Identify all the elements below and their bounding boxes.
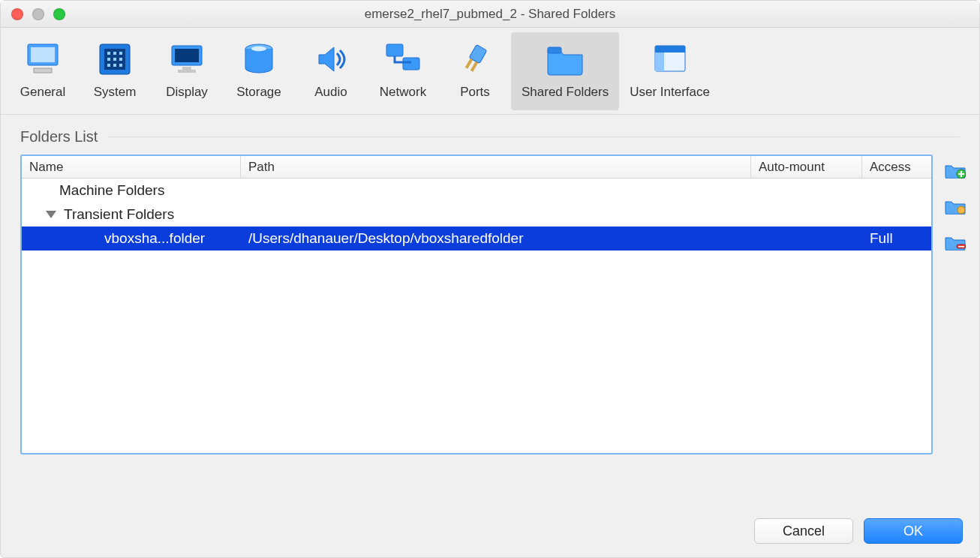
svg-rect-9 <box>113 58 116 61</box>
tab-label: User Interface <box>630 85 710 100</box>
audio-icon <box>311 38 350 80</box>
group-transient-folders[interactable]: Transient Folders <box>22 202 931 226</box>
svg-rect-21 <box>403 58 419 70</box>
folders-table[interactable]: Name Path Auto-mount Access Machine Fold… <box>20 154 933 454</box>
settings-toolbar: General System Display <box>1 28 979 115</box>
tab-display[interactable]: Display <box>151 32 223 110</box>
button-label: OK <box>903 524 923 539</box>
ports-icon <box>455 38 495 80</box>
svg-rect-20 <box>386 44 403 56</box>
tab-label: Audio <box>314 85 347 100</box>
svg-rect-27 <box>655 46 685 52</box>
edit-folder-button[interactable] <box>945 198 966 214</box>
svg-rect-5 <box>107 52 110 55</box>
svg-rect-7 <box>119 52 122 55</box>
tab-user-interface[interactable]: User Interface <box>619 32 720 110</box>
group-label: Machine Folders <box>59 182 164 199</box>
tab-label: Display <box>166 85 208 100</box>
tab-ports[interactable]: Ports <box>439 32 511 110</box>
row-cell-access: Full <box>862 230 931 247</box>
add-folder-button[interactable] <box>945 162 966 178</box>
svg-rect-6 <box>113 52 116 55</box>
svg-rect-28 <box>655 52 664 71</box>
tab-label: Storage <box>236 85 281 100</box>
tab-network[interactable]: Network <box>367 32 439 110</box>
table-row[interactable]: vboxsha...folder /Users/dhanauer/Desktop… <box>22 226 931 250</box>
tab-storage[interactable]: Storage <box>223 32 295 110</box>
display-icon <box>167 38 206 80</box>
side-action-buttons <box>940 154 970 506</box>
titlebar: emerse2_rhel7_pubmed_2 - Shared Folders <box>1 1 979 28</box>
svg-rect-10 <box>119 58 122 61</box>
network-icon <box>383 38 422 80</box>
tab-label: General <box>20 85 65 100</box>
shared-folders-icon <box>543 38 587 80</box>
button-label: Cancel <box>783 524 825 539</box>
svg-rect-23 <box>465 58 473 69</box>
row-cell-name: vboxsha...folder <box>22 230 241 247</box>
svg-rect-2 <box>34 68 52 73</box>
storage-icon <box>239 38 278 80</box>
tab-label: System <box>94 85 137 100</box>
dialog-buttons: Cancel OK <box>1 506 979 557</box>
col-path[interactable]: Path <box>241 156 751 178</box>
svg-rect-17 <box>178 70 196 73</box>
window-title: emerse2_rhel7_pubmed_2 - Shared Folders <box>1 7 979 22</box>
col-name[interactable]: Name <box>22 156 241 178</box>
folders-list-section: Folders List <box>1 115 979 154</box>
tab-audio[interactable]: Audio <box>295 32 367 110</box>
content-area: Name Path Auto-mount Access Machine Fold… <box>1 154 979 506</box>
row-cell-path: /Users/dhanauer/Desktop/vboxsharedfolder <box>241 230 751 247</box>
svg-rect-1 <box>31 47 55 62</box>
svg-rect-15 <box>175 49 199 62</box>
svg-rect-32 <box>958 246 964 248</box>
user-interface-icon <box>651 38 690 80</box>
tab-system[interactable]: System <box>79 32 151 110</box>
tab-label: Shared Folders <box>522 85 609 100</box>
remove-folder-button[interactable] <box>945 234 966 250</box>
table-body: Machine Folders Transient Folders vboxsh… <box>22 178 931 453</box>
svg-point-19 <box>251 46 266 52</box>
col-access[interactable]: Access <box>862 156 931 178</box>
section-title: Folders List <box>20 128 98 146</box>
tab-shared-folders[interactable]: Shared Folders <box>511 32 619 110</box>
general-icon <box>23 38 62 80</box>
settings-window: emerse2_rhel7_pubmed_2 - Shared Folders … <box>0 0 980 558</box>
svg-rect-25 <box>548 47 561 53</box>
ok-button[interactable]: OK <box>864 518 963 544</box>
svg-rect-12 <box>113 64 116 67</box>
svg-rect-11 <box>107 64 110 67</box>
table-header: Name Path Auto-mount Access <box>22 156 931 178</box>
col-auto-mount[interactable]: Auto-mount <box>751 156 862 178</box>
group-label: Transient Folders <box>64 206 174 223</box>
svg-rect-13 <box>119 64 122 67</box>
svg-point-30 <box>957 206 965 214</box>
svg-rect-8 <box>107 58 110 61</box>
section-header: Folders List <box>20 128 960 146</box>
tab-label: Ports <box>460 85 490 100</box>
chevron-down-icon[interactable] <box>46 211 56 218</box>
cancel-button[interactable]: Cancel <box>754 518 853 544</box>
tab-label: Network <box>380 85 426 100</box>
tab-general[interactable]: General <box>7 32 79 110</box>
svg-rect-24 <box>470 62 478 72</box>
group-machine-folders[interactable]: Machine Folders <box>22 178 931 202</box>
system-icon <box>95 38 134 80</box>
svg-rect-16 <box>182 67 191 70</box>
divider <box>108 136 960 137</box>
